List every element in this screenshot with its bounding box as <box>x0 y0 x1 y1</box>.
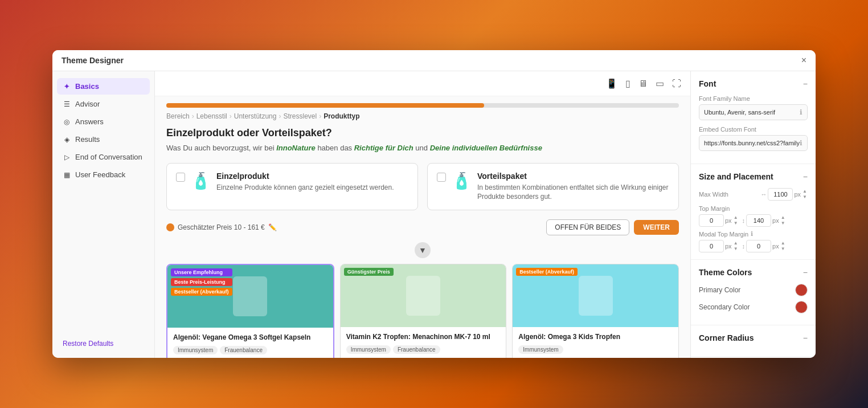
product-tags-2: Immunsystem Frauenbalance <box>346 345 501 354</box>
top-margin-left-up[interactable]: ▲ <box>733 215 739 221</box>
product-tags-3: Immunsystem <box>518 345 673 354</box>
max-width-input[interactable] <box>768 188 793 201</box>
primary-color-swatch[interactable] <box>795 284 808 296</box>
price-label: Geschätzter Preis 10 - 161 € <box>178 223 265 231</box>
product-name-2: Vitamin K2 Tropfen: Menachinon MK-7 10 m… <box>346 333 501 342</box>
max-width-input-wrap: ↔ px ▲ ▼ <box>760 188 808 201</box>
max-width-unit: px <box>794 191 801 198</box>
breadcrumb-produkttyp: Produkttyp <box>324 112 359 120</box>
modal-margin-inputs: px ▲ ▼ ↕ px ▲ ▼ <box>699 240 808 252</box>
top-margin-right-input[interactable] <box>746 214 771 227</box>
embed-font-label: Embed Custom Font <box>699 126 808 133</box>
mobile-device-btn[interactable]: 📱 <box>604 76 620 91</box>
product-img-placeholder-3 <box>579 276 613 316</box>
modal-margin-left-input[interactable] <box>699 240 724 252</box>
tablet-portrait-btn[interactable]: ▯ <box>623 76 633 91</box>
basics-icon: ✦ <box>63 83 71 91</box>
secondary-color-row: Secondary Color <box>699 301 808 313</box>
product-name-3: Algenöl: Omega 3 Kids Tropfen <box>518 333 673 342</box>
question-desc: Was Du auch bevorzugst, wir bei InnoNatu… <box>166 142 679 154</box>
product-info-1: Algenöl: Vegane Omega 3 Softgel Kapseln … <box>167 328 333 358</box>
fullscreen-btn[interactable]: ⛶ <box>670 76 683 91</box>
sidebar-item-end-label: End of Conversation <box>75 153 142 161</box>
offen-button[interactable]: OFFEN FÜR BEIDES <box>546 219 629 235</box>
breadcrumb-unterstuetzung: Unterstützung <box>234 112 277 120</box>
footer-bar: Geschätzter Preis 10 - 161 € ✏️ OFFEN FÜ… <box>166 219 679 235</box>
max-width-down[interactable]: ▼ <box>802 194 808 200</box>
right-panel: Font − Font Family Name ℹ Embed Custom F… <box>690 71 816 358</box>
modal-margin-right-up[interactable]: ▲ <box>780 240 786 246</box>
option-einzelprodukt[interactable]: 🧴 Einzelprodukt Einzelne Produkte können… <box>166 163 418 211</box>
font-family-field[interactable]: ℹ <box>699 104 808 120</box>
top-margin-right-down[interactable]: ▼ <box>780 221 786 226</box>
results-icon: ◈ <box>63 136 71 144</box>
tag-frauenbalance-1: Frauenbalance <box>220 346 267 354</box>
edit-price-icon[interactable]: ✏️ <box>268 223 277 231</box>
sidebar-item-basics[interactable]: ✦ Basics <box>57 78 150 95</box>
modal-margin-right-down[interactable]: ▼ <box>780 246 786 252</box>
restore-defaults-link[interactable]: Restore Defaults <box>57 336 150 351</box>
top-margin-left-down[interactable]: ▼ <box>733 221 739 226</box>
font-collapse-btn[interactable]: − <box>803 79 808 88</box>
product-tags-1: Immunsystem Frauenbalance <box>173 346 327 354</box>
embed-font-field[interactable]: ℹ <box>699 135 808 151</box>
corner-radius-collapse-btn[interactable]: − <box>803 333 808 342</box>
font-family-info-icon: ℹ <box>800 108 803 116</box>
einzelprodukt-checkbox[interactable] <box>176 173 185 182</box>
modal-margin-label: Modal Top Margin ℹ <box>699 230 808 238</box>
sidebar-item-end-of-conversation[interactable]: ▷ End of Conversation <box>57 149 150 165</box>
sidebar-item-advisor[interactable]: ☰ Advisor <box>57 96 150 112</box>
preview-area: Bereich › Lebensstil › Unterstützung › S… <box>155 96 690 358</box>
tag-frauenbalance-2: Frauenbalance <box>393 345 440 354</box>
size-placement-collapse-btn[interactable]: − <box>803 172 808 181</box>
max-width-up[interactable]: ▲ <box>802 189 808 194</box>
tag-immunsystem-2: Immunsystem <box>346 345 391 354</box>
tablet-landscape-btn[interactable]: ▭ <box>653 76 666 91</box>
theme-colors-collapse-btn[interactable]: − <box>803 268 808 277</box>
device-toolbar: 📱 ▯ 🖥 ▭ ⛶ <box>155 71 690 96</box>
modal-margin-right-input[interactable] <box>746 240 771 252</box>
badge-guenstigster: Günstigster Preis <box>344 268 394 276</box>
top-margin-inputs: px ▲ ▼ ↕ px ▲ ▼ <box>699 214 808 227</box>
vorteilspaket-label: Vorteilspaket <box>477 172 669 181</box>
corner-radius-section: Corner Radius − <box>691 325 816 357</box>
product-card-3[interactable]: Bestseller (Abverkauf) Algenöl: Omega 3 … <box>512 264 679 358</box>
primary-color-row: Primary Color <box>699 284 808 296</box>
top-margin-left-input[interactable] <box>699 214 724 227</box>
font-family-input[interactable] <box>704 109 800 116</box>
corner-radius-title: Corner Radius <box>699 333 754 342</box>
modal-header: Theme Designer × <box>52 50 816 71</box>
weiter-button[interactable]: WEITER <box>634 220 679 235</box>
badge-bestseller-1: Bestseller (Abverkauf) <box>171 288 232 296</box>
breadcrumb: Bereich › Lebensstil › Unterstützung › S… <box>166 112 679 120</box>
product-card-2[interactable]: Günstigster Preis Vitamin K2 Tropfen: Me… <box>340 264 507 358</box>
modal-margin-info-icon: ℹ <box>751 230 753 238</box>
product-img-1: Unsere Empfehlung Beste Preis-Leistung B… <box>167 265 333 328</box>
font-section-title: Font <box>699 79 716 88</box>
product-img-3: Bestseller (Abverkauf) <box>513 264 678 327</box>
badge-preis-leistung: Beste Preis-Leistung <box>171 278 232 286</box>
option-vorteilspaket[interactable]: 🧴 Vorteilspaket In bestimmten Kombinatio… <box>427 163 679 211</box>
vorteilspaket-text: Vorteilspaket In bestimmten Kombinatione… <box>477 172 669 202</box>
embed-font-input[interactable] <box>704 140 800 146</box>
einzelprodukt-label: Einzelprodukt <box>216 172 408 181</box>
modal-margin-left-up[interactable]: ▲ <box>733 240 739 246</box>
modal-body: ✦ Basics ☰ Advisor ◎ Answers ◈ Results ▷… <box>52 71 816 358</box>
font-family-label: Font Family Name <box>699 95 808 102</box>
vorteilspaket-checkbox[interactable] <box>437 173 446 182</box>
secondary-color-swatch[interactable] <box>795 301 808 313</box>
sidebar: ✦ Basics ☰ Advisor ◎ Answers ◈ Results ▷… <box>52 71 155 358</box>
modal-margin-left-wrap: px ▲ ▼ <box>699 240 739 252</box>
answers-icon: ◎ <box>63 118 71 126</box>
sidebar-item-answers[interactable]: ◎ Answers <box>57 113 150 130</box>
sidebar-item-user-feedback[interactable]: ▦ User Feedback <box>57 166 150 183</box>
product-name-1: Algenöl: Vegane Omega 3 Softgel Kapseln <box>173 333 327 342</box>
product-card-1[interactable]: Unsere Empfehlung Beste Preis-Leistung B… <box>166 264 334 358</box>
modal-margin-left-down[interactable]: ▼ <box>733 246 739 252</box>
close-button[interactable]: × <box>801 56 806 65</box>
desktop-device-btn[interactable]: 🖥 <box>636 76 650 91</box>
vorteilspaket-desc: In bestimmten Kombinationen entfaltet si… <box>477 183 669 202</box>
sidebar-item-results[interactable]: ◈ Results <box>57 131 150 148</box>
top-margin-right-up[interactable]: ▲ <box>780 215 786 221</box>
tag-immunsystem-1: Immunsystem <box>173 346 218 354</box>
